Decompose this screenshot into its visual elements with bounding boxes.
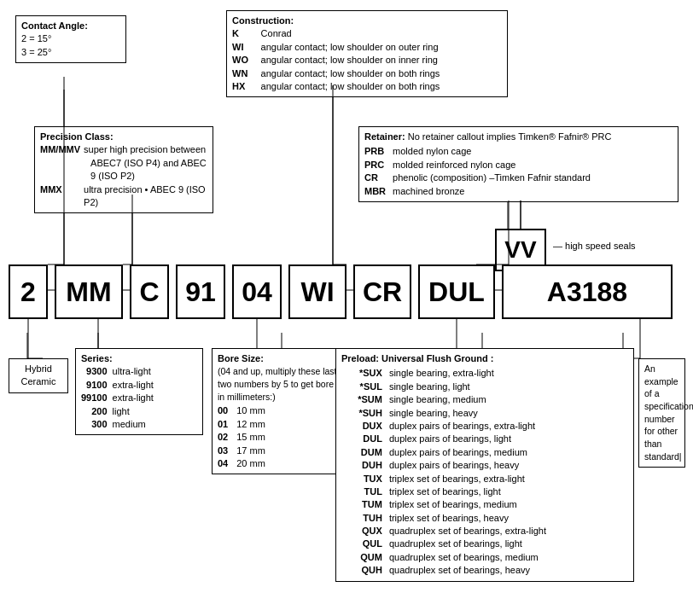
preload-qux: QUX quadruplex set of bearings, extra-li…	[341, 525, 628, 538]
bore-size-title: Bore Size:	[218, 352, 338, 365]
preload-dul: DUL duplex pairs of bearings, light	[341, 433, 628, 445]
main-letter-cr: CR	[353, 264, 411, 319]
bore-04: 04 20 mm	[218, 457, 265, 470]
preload-title: Preload: Universal Flush Ground :	[341, 352, 628, 365]
preload-tul: TUL triplex set of bearings, light	[341, 485, 628, 498]
bore-01: 01 12 mm	[218, 418, 265, 431]
preload-sum: *SUM single bearing, medium	[341, 393, 628, 406]
main-letter-wi: WI	[288, 264, 346, 319]
construction-row-wn: WN angular contact; low shoulder on both…	[232, 67, 502, 80]
precision-class-title: Precision Class:	[40, 131, 207, 143]
example-text: An example of a specification number for…	[644, 363, 679, 463]
contact-angle-line2: 3 = 25°	[21, 46, 120, 59]
series-title: Series:	[81, 352, 197, 365]
series-9300: 9300 ultra-light	[81, 365, 154, 378]
construction-row-wi: WI angular contact; low shoulder on oute…	[232, 41, 502, 54]
series-99100: 99100 extra-light	[81, 392, 154, 404]
preload-sux: *SUX single bearing, extra-light	[341, 367, 628, 380]
construction-box: Construction: K Conrad WI angular contac…	[226, 10, 508, 97]
main-letter-dul: DUL	[418, 264, 495, 319]
preload-tux: TUX triplex set of bearings, extra-light	[341, 473, 628, 485]
main-letter-91: 91	[176, 264, 225, 319]
main-letter-2: 2	[9, 264, 48, 319]
vv-label: — high speed seals	[553, 241, 636, 251]
preload-duh: DUH duplex pairs of bearings, heavy	[341, 459, 628, 472]
main-letter-a3188: A3188	[502, 264, 673, 319]
preload-suh: *SUH single bearing, heavy	[341, 407, 628, 420]
bore-size-intro: (04 and up, multiply these last two numb…	[218, 365, 338, 403]
series-200: 200 light	[81, 405, 154, 418]
retainer-box: Retainer: No retainer callout implies Ti…	[358, 126, 678, 202]
contact-angle-title: Contact Angle:	[21, 20, 120, 32]
preload-tuh: TUH triplex set of bearings, heavy	[341, 512, 628, 525]
construction-row-wo: WO angular contact; low shoulder on inne…	[232, 54, 502, 67]
bore-03: 03 17 mm	[218, 445, 265, 457]
bore-00: 00 10 mm	[218, 404, 265, 417]
retainer-title: Retainer: No retainer callout implies Ti…	[364, 131, 673, 143]
vv-letter: VV	[504, 236, 536, 264]
retainer-mbr: MBR machined bronze	[364, 185, 591, 198]
bore-size-box: Bore Size: (04 and up, multiply these la…	[212, 348, 344, 474]
retainer-prb: PRB molded nylon cage	[364, 145, 591, 158]
preload-box: Preload: Universal Flush Ground : *SUX s…	[335, 348, 634, 582]
example-box: An example of a specification number for…	[638, 358, 685, 468]
main-letter-mm: MM	[55, 264, 123, 319]
main-letter-04: 04	[232, 264, 282, 319]
preload-quh: QUH quadruplex set of bearings, heavy	[341, 564, 628, 577]
main-letter-c: C	[130, 264, 169, 319]
retainer-prc: PRC molded reinforced nylon cage	[364, 159, 591, 171]
bore-02: 02 15 mm	[218, 431, 265, 444]
preload-tum: TUM triplex set of bearings, medium	[341, 498, 628, 511]
construction-title: Construction:	[232, 15, 502, 27]
construction-row-hx: HX angular contact; low shoulder on both…	[232, 80, 502, 93]
construction-row-k: K Conrad	[232, 27, 502, 40]
precision-class-box: Precision Class: MM/MMV super high preci…	[34, 126, 213, 213]
series-300: 300 medium	[81, 418, 154, 431]
hybrid-ceramic-label: HybridCeramic	[15, 363, 62, 389]
preload-qul: QUL quadruplex set of bearings, light	[341, 538, 628, 550]
precision-mmx: MMX ultra precision • ABEC 9 (ISO P2)	[40, 183, 207, 210]
contact-angle-box: Contact Angle: 2 = 15° 3 = 25°	[15, 15, 126, 63]
preload-dum: DUM duplex pairs of bearings, medium	[341, 446, 628, 459]
precision-abec: ABEC7 (ISO P4) and ABEC 9 (ISO P2)	[40, 157, 207, 183]
series-9100: 9100 extra-light	[81, 379, 154, 392]
diagram: Contact Angle: 2 = 15° 3 = 25° Construct…	[0, 0, 693, 616]
preload-qum: QUM quadruplex set of bearings, medium	[341, 551, 628, 564]
preload-sul: *SUL single bearing, light	[341, 381, 628, 393]
retainer-cr: CR phenolic (composition) –Timken Fafnir…	[364, 171, 591, 184]
series-box: Series: 9300 ultra-light 9100 extra-ligh…	[75, 348, 203, 435]
precision-mmmmv: MM/MMV super high precision between	[40, 143, 207, 156]
hybrid-ceramic-box: HybridCeramic	[9, 358, 68, 393]
preload-dux: DUX duplex pairs of bearings, extra-ligh…	[341, 420, 628, 433]
contact-angle-line1: 2 = 15°	[21, 32, 120, 45]
